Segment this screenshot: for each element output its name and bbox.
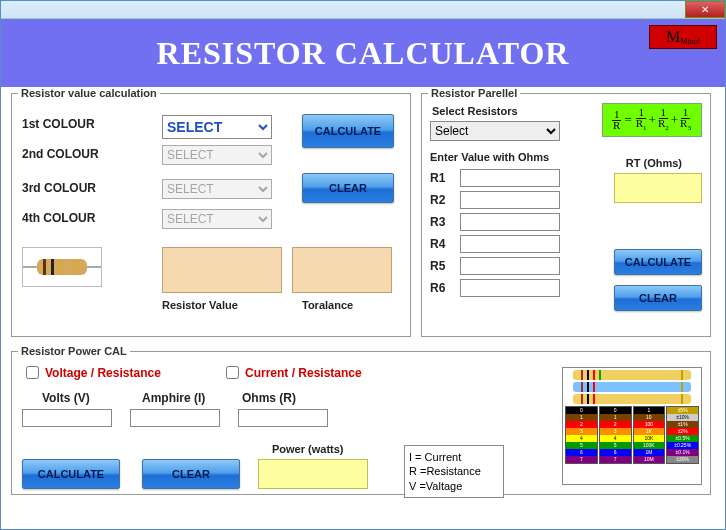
value-calculate-button[interactable]: CALCULATE — [302, 114, 394, 148]
select-4th-colour[interactable]: SELECT — [162, 209, 272, 229]
label-r3: R3 — [430, 215, 454, 229]
input-volts[interactable] — [22, 409, 112, 427]
label-r2: R2 — [430, 193, 454, 207]
parallel-formula-image: 1R = 1R1 + 1R2 + 1R3 — [602, 103, 702, 137]
rt-output — [614, 173, 702, 203]
input-r4[interactable] — [460, 235, 560, 253]
label-tolerance: Toralance — [302, 299, 353, 311]
label-volts: Volts (V) — [42, 391, 90, 405]
input-ohms[interactable] — [238, 409, 328, 427]
tolerance-output — [292, 247, 392, 293]
power-symbols-legend: I = Current R =Resistance V =Valtage — [404, 445, 504, 498]
group-power-legend: Resistor Power CAL — [18, 345, 130, 357]
color-code-chart-image: 01 23 45 67 01 23 45 67 110 1001K 10 — [562, 367, 702, 485]
resistor-image — [22, 247, 102, 287]
power-clear-button[interactable]: CLEAR — [142, 459, 240, 489]
label-r4: R4 — [430, 237, 454, 251]
select-3rd-colour[interactable]: SELECT — [162, 179, 272, 199]
input-amps[interactable] — [130, 409, 220, 427]
input-r5[interactable] — [460, 257, 560, 275]
label-r1: R1 — [430, 171, 454, 185]
app-title: RESISTOR CALCULATOR — [157, 35, 570, 72]
parallel-calculate-button[interactable]: CALCULATE — [614, 249, 702, 275]
input-r3[interactable] — [460, 213, 560, 231]
label-select-resistors: Select Resistors — [432, 105, 518, 117]
app-banner: RESISTOR CALCULATOR M Minol — [1, 19, 725, 87]
value-clear-button[interactable]: CLEAR — [302, 173, 394, 203]
power-output — [258, 459, 368, 489]
window-titlebar: ✕ — [1, 1, 725, 19]
label-resistor-value: Resistor Value — [162, 299, 238, 311]
select-2nd-colour[interactable]: SELECT — [162, 145, 272, 165]
checkbox-current-resistance[interactable]: Current / Resistance — [222, 363, 362, 382]
checkbox-voltage-resistance[interactable]: Voltage / Resistance — [22, 363, 161, 382]
label-rt: RT (Ohms) — [626, 157, 682, 169]
app-window: ✕ RESISTOR CALCULATOR M Minol Resistor v… — [0, 0, 726, 530]
label-amps: Amphire (I) — [142, 391, 205, 405]
label-3rd-colour: 3rd COLOUR — [22, 181, 96, 195]
label-r5: R5 — [430, 259, 454, 273]
input-r2[interactable] — [460, 191, 560, 209]
select-resistors-count[interactable]: Select — [430, 121, 560, 141]
input-r6[interactable] — [460, 279, 560, 297]
label-power: Power (watts) — [272, 443, 344, 455]
group-parallel: Resistor Parellel Select Resistors Selec… — [421, 87, 711, 337]
window-close-button[interactable]: ✕ — [685, 1, 725, 18]
brand-logo: M Minol — [649, 25, 717, 49]
label-2nd-colour: 2nd COLOUR — [22, 147, 99, 161]
group-value-calc: Resistor value calculation 1st COLOUR SE… — [11, 87, 411, 337]
resistor-value-output — [162, 247, 282, 293]
label-4th-colour: 4th COLOUR — [22, 211, 95, 225]
label-ohms: Ohms (R) — [242, 391, 296, 405]
group-power: Resistor Power CAL Voltage / Resistance … — [11, 345, 711, 495]
label-1st-colour: 1st COLOUR — [22, 117, 95, 131]
group-value-calc-legend: Resistor value calculation — [18, 87, 160, 99]
select-1st-colour[interactable]: SELECT — [162, 115, 272, 139]
parallel-clear-button[interactable]: CLEAR — [614, 285, 702, 311]
label-r6: R6 — [430, 281, 454, 295]
label-enter-value: Enter Value with Ohms — [430, 151, 549, 163]
input-r1[interactable] — [460, 169, 560, 187]
power-calculate-button[interactable]: CALCULATE — [22, 459, 120, 489]
group-parallel-legend: Resistor Parellel — [428, 87, 520, 99]
